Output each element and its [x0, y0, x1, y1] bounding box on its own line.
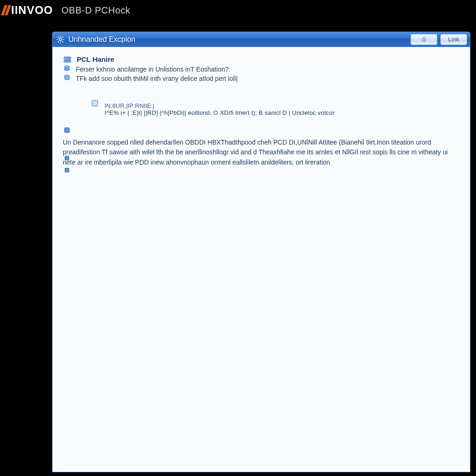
- brand-slash-icon: [1, 5, 11, 15]
- svg-rect-17: [65, 156, 69, 160]
- svg-point-0: [60, 38, 62, 40]
- titlebar-link-button[interactable]: Link: [440, 34, 467, 45]
- link-button-label: Link: [448, 36, 459, 43]
- stack-detail-block: IN;8UR,|IP:RNIIE;| I^E% i+ | ;E}l| [|RD]…: [91, 102, 460, 116]
- bullet3-icon: [63, 166, 71, 174]
- brand-name: IINVOO: [11, 4, 53, 17]
- stack-detail-row1: IN;8UR,|IP:RNIIE;|: [105, 102, 335, 109]
- svg-line-6: [62, 41, 63, 42]
- bullet1-icon: [63, 126, 71, 134]
- svg-rect-18: [65, 168, 69, 172]
- svg-rect-9: [64, 57, 71, 59]
- error-line1-row: Ferser kxhnio ancilamge in Unlistions in…: [63, 65, 460, 74]
- dialog-window: Unhnanded Excpion ⎙ Link PCL Hani: [52, 32, 470, 472]
- titlebar-action-button[interactable]: ⎙: [410, 34, 437, 45]
- svg-rect-19: [92, 100, 98, 106]
- error-app-name: PCL Hanire: [77, 55, 114, 63]
- svg-line-7: [62, 37, 63, 38]
- svg-rect-10: [64, 60, 71, 62]
- svg-line-8: [58, 41, 59, 42]
- database-icon: [63, 65, 71, 73]
- svg-point-12: [65, 61, 66, 62]
- error-header: PCL Hanire: [63, 55, 460, 65]
- stack-detail-row2: I^E% i+ | ;E}l| [|RD] |^h|PbDi|| eoitlon…: [105, 109, 335, 116]
- database2-icon: [63, 74, 71, 82]
- brand-subtitle: OBB-D PCHock: [61, 5, 130, 16]
- error-line2: TFk add soo obuith thiMil inth vrany del…: [76, 74, 238, 83]
- bullet2-icon: [63, 154, 71, 162]
- drive-stack-icon: [63, 55, 72, 65]
- gear-icon: [56, 35, 65, 44]
- brand-logo: IINVOO: [3, 4, 53, 17]
- svg-rect-16: [65, 128, 70, 133]
- svg-point-11: [65, 58, 66, 59]
- dialog-title: Unhnanded Excpion: [68, 35, 135, 44]
- titlebar[interactable]: Unhnanded Excpion ⎙ Link: [53, 32, 470, 47]
- dialog-client-area: PCL Hanire Ferser kxhnio ancilamge in Un…: [53, 47, 470, 472]
- svg-line-5: [58, 37, 59, 38]
- send-icon: ⎙: [422, 36, 426, 43]
- side-icon-strip: [63, 126, 71, 174]
- error-line1: Ferser kxhnio ancilamge in Unlistions in…: [76, 65, 229, 74]
- module-icon: [91, 99, 99, 107]
- error-description: Un Dennanore sopped nlled dehendarllen O…: [63, 138, 453, 168]
- brand-bar: IINVOO OBB-D PCHock: [0, 0, 476, 20]
- titlebar-buttons: ⎙ Link: [410, 34, 467, 45]
- error-line2-row: TFk add soo obuith thiMil inth vrany del…: [63, 74, 460, 83]
